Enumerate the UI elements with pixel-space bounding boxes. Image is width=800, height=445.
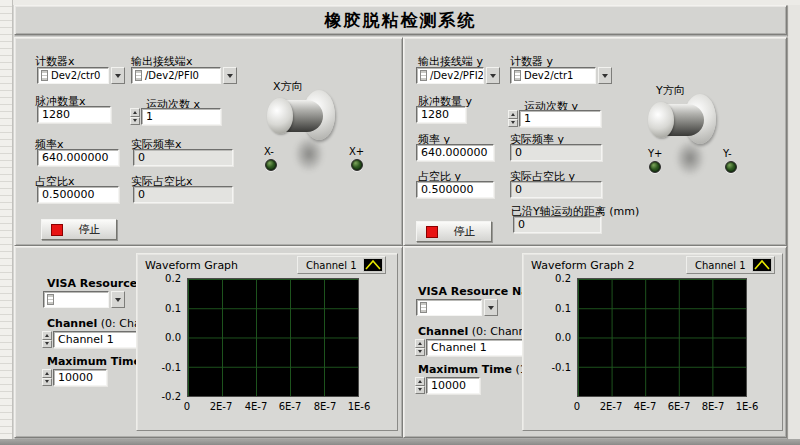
channel2-spinner[interactable]	[415, 339, 425, 356]
scope1-panel: VISA Resource Name Channel (0: Channel 1…	[14, 246, 403, 438]
maxtime2-input[interactable]: 10000	[426, 377, 480, 394]
times-x-input[interactable]: 1	[141, 108, 221, 125]
graph1-plot-area	[187, 278, 359, 397]
graph2-legend-label: Channel 1	[695, 260, 746, 271]
increment-icon[interactable]	[42, 369, 52, 378]
x-tick: 1E-6	[342, 401, 376, 412]
decrement-icon[interactable]	[130, 117, 140, 126]
x-tick: 6E-7	[662, 401, 696, 412]
chevron-down-icon	[115, 74, 121, 78]
freq-y-input[interactable]: 640.000000	[416, 144, 494, 161]
counter-x-dropdown-button[interactable]	[111, 67, 125, 84]
increment-icon[interactable]	[42, 331, 52, 340]
times-x-spinner[interactable]	[130, 108, 140, 125]
counter-y-combo[interactable]: Dev2/ctr1	[510, 67, 612, 84]
x-tick: 8E-7	[696, 401, 730, 412]
visa2-value-box[interactable]	[416, 299, 482, 316]
graph2-plot-area	[577, 278, 747, 397]
plot-line-icon	[752, 258, 772, 272]
io-icon	[420, 302, 427, 313]
y-tick: 0.2	[149, 273, 181, 284]
actual-duty-x-indicator: 0	[133, 186, 233, 203]
graph2-title: Waveform Graph 2	[531, 259, 635, 272]
y-plus-led-label: Y+	[648, 148, 663, 159]
toggle-lever-cap[interactable]	[648, 102, 674, 138]
page-title: 橡胶脱粘检测系统	[15, 6, 786, 34]
channel2-input[interactable]: Channel 1	[426, 339, 531, 356]
decrement-icon[interactable]	[415, 386, 425, 395]
times-y-spinner[interactable]	[508, 110, 518, 127]
chevron-down-icon	[490, 74, 496, 78]
increment-icon[interactable]	[415, 339, 425, 348]
x-tick: 2E-7	[594, 401, 628, 412]
counter-y-dropdown-button[interactable]	[598, 67, 612, 84]
stop-button-y-label: 停止	[438, 224, 491, 239]
graph1-legend[interactable]: Channel 1	[297, 256, 386, 274]
chevron-down-icon	[227, 74, 233, 78]
increment-icon[interactable]	[508, 110, 518, 119]
pulse-x-input[interactable]: 1280	[37, 106, 111, 123]
visa1-combo[interactable]	[43, 291, 125, 308]
visa1-dropdown-button[interactable]	[111, 291, 125, 308]
x-tick: 6E-7	[273, 401, 307, 412]
channel1-spinner[interactable]	[42, 331, 52, 348]
counter-x-combo[interactable]: Dev2/ctr0	[37, 67, 125, 84]
visa1-value-box[interactable]	[43, 291, 109, 308]
stop-icon	[426, 226, 438, 238]
io-icon	[514, 70, 521, 81]
graph2-legend[interactable]: Channel 1	[686, 256, 775, 274]
scope2-panel: VISA Resource Name 2 Channel (0: Channel…	[403, 246, 787, 438]
x-direction-toggle[interactable]	[265, 90, 365, 200]
output-x-value-box[interactable]: /Dev2/PFI0	[131, 67, 221, 84]
duty-y-input[interactable]: 0.500000	[416, 181, 494, 198]
output-x-dropdown-button[interactable]	[223, 67, 237, 84]
y-tick: 0.1	[539, 303, 571, 314]
actual-freq-y-indicator: 0	[510, 144, 602, 161]
decrement-icon[interactable]	[415, 348, 425, 357]
increment-icon[interactable]	[415, 377, 425, 386]
waveform-graph-2: Waveform Graph 2 Channel 1 0.2 0.1 0.0 -…	[522, 253, 783, 431]
x-tick: 2E-7	[204, 401, 238, 412]
x-minus-led-label: X-	[264, 146, 274, 157]
visa2-dropdown-button[interactable]	[484, 299, 498, 316]
output-y-value-box[interactable]: /Dev2/PFI2	[416, 67, 484, 84]
y-tick: -0.1	[149, 362, 181, 373]
channel1-input[interactable]: Channel 1	[53, 331, 143, 348]
decrement-icon[interactable]	[508, 119, 518, 128]
x-tick: 8E-7	[308, 401, 342, 412]
toggle-lever-cap[interactable]	[267, 98, 293, 134]
maxtime2-spinner[interactable]	[415, 377, 425, 394]
maxtime1-spinner[interactable]	[42, 369, 52, 386]
chevron-down-icon	[602, 74, 608, 78]
io-icon	[135, 70, 142, 81]
y-minus-led-label: Y-	[723, 148, 732, 159]
decrement-icon[interactable]	[42, 340, 52, 349]
output-y-dropdown-button[interactable]	[486, 67, 500, 84]
io-icon	[41, 70, 48, 81]
left-grid-ruler	[0, 0, 13, 439]
output-y-value: /Dev2/PFI2	[430, 70, 484, 81]
stop-button-y[interactable]: 停止	[416, 221, 492, 242]
labview-front-panel: 橡胶脱粘检测系统 计数器x Dev2/ctr0 输出接线端x /Dev2/PFI…	[0, 0, 800, 445]
x-tick: 4E-7	[239, 401, 273, 412]
graph1-title: Waveform Graph	[145, 259, 238, 272]
visa2-combo[interactable]	[416, 299, 498, 316]
y-tick: -0.1	[539, 362, 571, 373]
counter-y-value: Dev2/ctr1	[524, 70, 573, 81]
freq-x-input[interactable]: 640.000000	[37, 149, 119, 166]
plot-line-icon	[363, 258, 383, 272]
waveform-graph-1: Waveform Graph Channel 1 0.2 0.1 0.0 -0.…	[136, 253, 398, 431]
counter-x-value-box[interactable]: Dev2/ctr0	[37, 67, 109, 84]
times-y-input[interactable]: 1	[519, 110, 601, 127]
pulse-y-input[interactable]: 1280	[416, 106, 466, 123]
output-y-combo[interactable]: /Dev2/PFI2	[416, 67, 500, 84]
increment-icon[interactable]	[130, 108, 140, 117]
x-tick: 1E-6	[730, 401, 764, 412]
counter-y-value-box[interactable]: Dev2/ctr1	[510, 67, 596, 84]
x-tick: 0	[170, 401, 204, 412]
output-x-combo[interactable]: /Dev2/PFI0	[131, 67, 237, 84]
duty-x-input[interactable]: 0.500000	[37, 186, 119, 203]
maxtime1-input[interactable]: 10000	[53, 369, 107, 386]
decrement-icon[interactable]	[42, 378, 52, 387]
stop-button-x[interactable]: 停止	[41, 219, 117, 240]
